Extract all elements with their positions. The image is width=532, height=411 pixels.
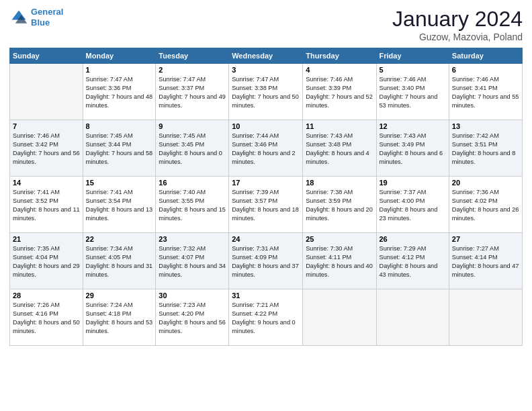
calendar-week-row: 14 Sunrise: 7:41 AMSunset: 3:52 PMDaylig… <box>10 177 523 233</box>
calendar-cell: 2 Sunrise: 7:47 AMSunset: 3:37 PMDayligh… <box>156 64 229 120</box>
calendar-cell: 11 Sunrise: 7:43 AMSunset: 3:48 PMDaylig… <box>303 120 376 177</box>
day-number: 15 <box>86 179 153 187</box>
calendar-cell: 19 Sunrise: 7:37 AMSunset: 4:00 PMDaylig… <box>376 177 449 233</box>
calendar-cell: 21 Sunrise: 7:35 AMSunset: 4:04 PMDaylig… <box>10 233 83 289</box>
header-row: SundayMondayTuesdayWednesdayThursdayFrid… <box>10 48 523 64</box>
calendar-cell: 15 Sunrise: 7:41 AMSunset: 3:54 PMDaylig… <box>83 177 156 233</box>
weekday-header: Saturday <box>449 48 522 64</box>
day-info: Sunrise: 7:43 AMSunset: 3:49 PMDaylight:… <box>380 132 446 167</box>
title-block: January 2024 Guzow, Mazovia, Poland <box>392 7 523 42</box>
calendar-week-row: 7 Sunrise: 7:46 AMSunset: 3:42 PMDayligh… <box>10 120 523 177</box>
logo-line1: General <box>31 7 63 17</box>
calendar-week-row: 28 Sunrise: 7:26 AMSunset: 4:16 PMDaylig… <box>10 289 523 346</box>
day-info: Sunrise: 7:32 AMSunset: 4:07 PMDaylight:… <box>159 244 226 279</box>
calendar-cell <box>10 64 83 120</box>
day-info: Sunrise: 7:46 AMSunset: 3:39 PMDaylight:… <box>306 75 373 110</box>
day-number: 5 <box>380 66 446 74</box>
calendar-week-row: 21 Sunrise: 7:35 AMSunset: 4:04 PMDaylig… <box>10 233 523 289</box>
day-number: 27 <box>452 235 519 243</box>
calendar-cell: 26 Sunrise: 7:29 AMSunset: 4:12 PMDaylig… <box>376 233 449 289</box>
calendar-cell: 8 Sunrise: 7:45 AMSunset: 3:44 PMDayligh… <box>83 120 156 177</box>
day-info: Sunrise: 7:41 AMSunset: 3:54 PMDaylight:… <box>86 188 153 223</box>
day-info: Sunrise: 7:29 AMSunset: 4:12 PMDaylight:… <box>380 244 446 279</box>
calendar-cell <box>449 289 522 346</box>
calendar-cell: 10 Sunrise: 7:44 AMSunset: 3:46 PMDaylig… <box>229 120 303 177</box>
calendar-cell: 1 Sunrise: 7:47 AMSunset: 3:36 PMDayligh… <box>83 64 156 120</box>
day-info: Sunrise: 7:45 AMSunset: 3:45 PMDaylight:… <box>159 132 226 167</box>
weekday-header: Friday <box>376 48 449 64</box>
day-number: 30 <box>159 291 226 300</box>
calendar-cell: 24 Sunrise: 7:31 AMSunset: 4:09 PMDaylig… <box>229 233 303 289</box>
calendar-cell: 17 Sunrise: 7:39 AMSunset: 3:57 PMDaylig… <box>229 177 303 233</box>
calendar-cell: 3 Sunrise: 7:47 AMSunset: 3:38 PMDayligh… <box>229 64 303 120</box>
day-number: 31 <box>232 291 300 300</box>
calendar-cell: 25 Sunrise: 7:30 AMSunset: 4:11 PMDaylig… <box>303 233 376 289</box>
weekday-header: Sunday <box>10 48 83 64</box>
calendar-cell: 23 Sunrise: 7:32 AMSunset: 4:07 PMDaylig… <box>156 233 229 289</box>
day-info: Sunrise: 7:21 AMSunset: 4:22 PMDaylight:… <box>232 301 300 336</box>
calendar-cell: 4 Sunrise: 7:46 AMSunset: 3:39 PMDayligh… <box>303 64 376 120</box>
day-info: Sunrise: 7:46 AMSunset: 3:42 PMDaylight:… <box>13 132 80 167</box>
day-info: Sunrise: 7:46 AMSunset: 3:40 PMDaylight:… <box>380 75 446 110</box>
day-number: 7 <box>13 122 80 130</box>
calendar-cell: 7 Sunrise: 7:46 AMSunset: 3:42 PMDayligh… <box>10 120 83 177</box>
logo: General Blue <box>9 7 63 28</box>
day-number: 20 <box>452 179 519 187</box>
calendar-cell: 18 Sunrise: 7:38 AMSunset: 3:59 PMDaylig… <box>303 177 376 233</box>
day-info: Sunrise: 7:27 AMSunset: 4:14 PMDaylight:… <box>452 244 519 279</box>
calendar-cell: 29 Sunrise: 7:24 AMSunset: 4:18 PMDaylig… <box>83 289 156 346</box>
day-number: 24 <box>232 235 300 243</box>
calendar-cell: 6 Sunrise: 7:46 AMSunset: 3:41 PMDayligh… <box>449 64 522 120</box>
weekday-header: Thursday <box>303 48 376 64</box>
day-number: 1 <box>86 66 153 74</box>
day-number: 11 <box>306 122 373 130</box>
day-number: 9 <box>159 122 226 130</box>
day-info: Sunrise: 7:43 AMSunset: 3:48 PMDaylight:… <box>306 132 373 167</box>
day-info: Sunrise: 7:40 AMSunset: 3:55 PMDaylight:… <box>159 188 226 223</box>
day-info: Sunrise: 7:45 AMSunset: 3:44 PMDaylight:… <box>86 132 153 167</box>
day-number: 25 <box>306 235 373 243</box>
day-info: Sunrise: 7:26 AMSunset: 4:16 PMDaylight:… <box>13 301 80 336</box>
day-info: Sunrise: 7:35 AMSunset: 4:04 PMDaylight:… <box>13 244 80 279</box>
calendar-cell: 16 Sunrise: 7:40 AMSunset: 3:55 PMDaylig… <box>156 177 229 233</box>
logo-text: General Blue <box>31 7 63 28</box>
calendar-table: SundayMondayTuesdayWednesdayThursdayFrid… <box>9 48 523 346</box>
calendar-cell: 30 Sunrise: 7:23 AMSunset: 4:20 PMDaylig… <box>156 289 229 346</box>
weekday-header: Tuesday <box>156 48 229 64</box>
calendar-subtitle: Guzow, Mazovia, Poland <box>392 32 523 42</box>
day-info: Sunrise: 7:47 AMSunset: 3:38 PMDaylight:… <box>232 75 300 110</box>
calendar-cell: 31 Sunrise: 7:21 AMSunset: 4:22 PMDaylig… <box>229 289 303 346</box>
day-number: 8 <box>86 122 153 130</box>
day-number: 29 <box>86 291 153 300</box>
day-info: Sunrise: 7:47 AMSunset: 3:36 PMDaylight:… <box>86 75 153 110</box>
calendar-cell: 20 Sunrise: 7:36 AMSunset: 4:02 PMDaylig… <box>449 177 522 233</box>
day-info: Sunrise: 7:42 AMSunset: 3:51 PMDaylight:… <box>452 132 519 167</box>
day-info: Sunrise: 7:47 AMSunset: 3:37 PMDaylight:… <box>159 75 226 110</box>
day-info: Sunrise: 7:31 AMSunset: 4:09 PMDaylight:… <box>232 244 300 279</box>
calendar-cell: 9 Sunrise: 7:45 AMSunset: 3:45 PMDayligh… <box>156 120 229 177</box>
day-info: Sunrise: 7:44 AMSunset: 3:46 PMDaylight:… <box>232 132 300 167</box>
day-number: 16 <box>159 179 226 187</box>
calendar-cell: 27 Sunrise: 7:27 AMSunset: 4:14 PMDaylig… <box>449 233 522 289</box>
day-number: 3 <box>232 66 300 74</box>
day-number: 14 <box>13 179 80 187</box>
page: General Blue January 2024 Guzow, Mazovia… <box>0 0 532 411</box>
calendar-cell: 13 Sunrise: 7:42 AMSunset: 3:51 PMDaylig… <box>449 120 522 177</box>
day-info: Sunrise: 7:46 AMSunset: 3:41 PMDaylight:… <box>452 75 519 110</box>
day-info: Sunrise: 7:39 AMSunset: 3:57 PMDaylight:… <box>232 188 300 223</box>
day-number: 19 <box>380 179 446 187</box>
day-number: 6 <box>452 66 519 74</box>
day-number: 23 <box>159 235 226 243</box>
day-info: Sunrise: 7:38 AMSunset: 3:59 PMDaylight:… <box>306 188 373 223</box>
header: General Blue January 2024 Guzow, Mazovia… <box>9 7 523 42</box>
day-number: 10 <box>232 122 300 130</box>
calendar-title: January 2024 <box>392 7 523 32</box>
day-number: 21 <box>13 235 80 243</box>
day-number: 2 <box>159 66 226 74</box>
calendar-cell <box>303 289 376 346</box>
day-number: 28 <box>13 291 80 300</box>
day-number: 18 <box>306 179 373 187</box>
calendar-cell: 5 Sunrise: 7:46 AMSunset: 3:40 PMDayligh… <box>376 64 449 120</box>
weekday-header: Monday <box>83 48 156 64</box>
day-info: Sunrise: 7:30 AMSunset: 4:11 PMDaylight:… <box>306 244 373 279</box>
